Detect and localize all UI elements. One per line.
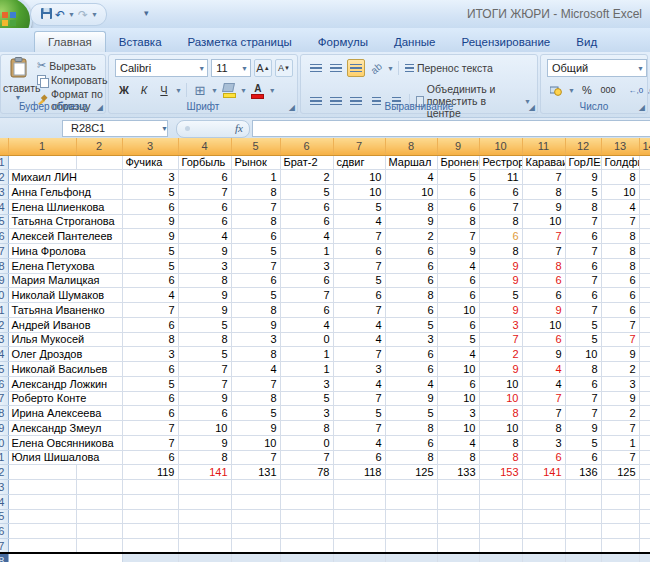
score-cell[interactable]: 6 <box>385 362 437 377</box>
score-cell[interactable]: 6 <box>178 406 231 421</box>
cell-empty[interactable] <box>8 539 76 554</box>
score-cell[interactable]: 10 <box>231 435 280 450</box>
fill-color-button[interactable] <box>220 81 238 99</box>
film-title-cell[interactable]: Горбыль <box>178 155 231 170</box>
cell-empty[interactable] <box>437 480 479 495</box>
score-cell[interactable]: 8 <box>122 332 178 347</box>
column-header-14[interactable]: 14 <box>639 138 650 155</box>
cut-button[interactable]: ✂ Вырезать <box>35 58 110 73</box>
cell-empty[interactable] <box>639 332 650 347</box>
cell-empty[interactable] <box>601 509 639 524</box>
number-format-combo[interactable]: Общий▼ <box>547 59 647 77</box>
undo-icon[interactable]: ↶ <box>55 9 65 21</box>
score-cell[interactable]: 10 <box>522 214 565 229</box>
score-cell[interactable]: 8 <box>231 185 280 200</box>
cell-empty[interactable] <box>8 155 76 170</box>
score-cell[interactable]: 4 <box>231 362 280 377</box>
fill-color-dropdown-icon[interactable]: ▼ <box>240 87 247 94</box>
score-cell[interactable]: 1 <box>231 170 280 185</box>
tab-1[interactable]: Вставка <box>106 32 175 52</box>
percent-style-button[interactable]: % <box>578 81 596 99</box>
score-cell[interactable]: 8 <box>565 199 601 214</box>
score-cell[interactable]: 6 <box>122 362 178 377</box>
score-cell[interactable]: 5 <box>479 288 522 303</box>
column-header-9[interactable]: 9 <box>437 138 479 155</box>
score-cell[interactable]: 4 <box>437 435 479 450</box>
cell-empty[interactable] <box>639 214 650 229</box>
film-title-cell[interactable]: Маршал <box>385 155 437 170</box>
total-cell[interactable]: 141 <box>178 465 231 480</box>
score-cell[interactable]: 6 <box>231 273 280 288</box>
score-cell[interactable]: 7 <box>565 273 601 288</box>
cell-empty[interactable] <box>565 524 601 539</box>
score-cell[interactable]: 8 <box>601 244 639 259</box>
selected-cell[interactable] <box>178 553 231 562</box>
number-dialog-launcher-icon[interactable]: ◢ <box>639 103 645 112</box>
score-cell[interactable]: 10 <box>437 391 479 406</box>
score-cell[interactable]: 6 <box>280 214 333 229</box>
cell-empty[interactable] <box>565 509 601 524</box>
score-cell[interactable]: 1 <box>280 362 333 377</box>
score-cell[interactable]: 2 <box>601 406 639 421</box>
score-cell[interactable]: 3 <box>280 406 333 421</box>
cell-empty[interactable] <box>639 524 650 539</box>
borders-button[interactable]: ⊞ <box>191 81 209 99</box>
score-cell[interactable]: 8 <box>479 214 522 229</box>
cell-empty[interactable] <box>178 509 231 524</box>
juror-name-cell[interactable]: Алексей Пантелеев <box>8 229 122 244</box>
score-cell[interactable]: 6 <box>437 273 479 288</box>
column-header-2[interactable]: 2 <box>76 138 122 155</box>
score-cell[interactable]: 11 <box>479 170 522 185</box>
font-color-button[interactable]: А <box>249 81 267 99</box>
score-cell[interactable]: 7 <box>522 391 565 406</box>
score-cell[interactable]: 8 <box>479 450 522 465</box>
score-cell[interactable]: 9 <box>522 199 565 214</box>
grow-font-button[interactable]: А▲ <box>254 59 272 77</box>
score-cell[interactable]: 10 <box>565 347 601 362</box>
score-cell[interactable]: 7 <box>479 332 522 347</box>
score-cell[interactable]: 9 <box>178 303 231 318</box>
score-cell[interactable]: 2 <box>280 170 333 185</box>
cell-empty[interactable] <box>639 258 650 273</box>
selected-cell[interactable] <box>522 553 565 562</box>
cell-empty[interactable] <box>122 539 178 554</box>
score-cell[interactable]: 6 <box>522 450 565 465</box>
score-cell[interactable]: 9 <box>122 214 178 229</box>
score-cell[interactable]: 8 <box>385 288 437 303</box>
juror-name-cell[interactable]: Елена Шлиенкова <box>8 199 122 214</box>
row-header[interactable]: 8 <box>0 258 8 273</box>
score-cell[interactable]: 7 <box>522 170 565 185</box>
juror-name-cell[interactable]: Анна Гельфонд <box>8 185 122 200</box>
score-cell[interactable]: 7 <box>522 406 565 421</box>
juror-name-cell[interactable]: Юлия Шишалова <box>8 450 122 465</box>
paste-button[interactable]: ставить ▼ <box>3 57 33 101</box>
score-cell[interactable]: 5 <box>333 273 385 288</box>
score-cell[interactable]: 7 <box>522 244 565 259</box>
score-cell[interactable]: 4 <box>333 214 385 229</box>
score-cell[interactable]: 1 <box>280 347 333 362</box>
score-cell[interactable]: 9 <box>565 170 601 185</box>
row-header[interactable]: 18 <box>0 406 8 421</box>
cell-empty[interactable] <box>479 480 522 495</box>
cell-empty[interactable] <box>522 509 565 524</box>
score-cell[interactable]: 5 <box>280 185 333 200</box>
cell-empty[interactable] <box>639 480 650 495</box>
juror-name-cell[interactable]: Илья Мукосей <box>8 332 122 347</box>
cell-empty[interactable] <box>231 509 280 524</box>
score-cell[interactable]: 4 <box>178 229 231 244</box>
score-cell[interactable]: 7 <box>122 421 178 436</box>
score-cell[interactable]: 4 <box>385 170 437 185</box>
cell-empty[interactable] <box>76 524 122 539</box>
score-cell[interactable]: 9 <box>231 421 280 436</box>
score-cell[interactable]: 9 <box>601 347 639 362</box>
score-cell[interactable]: 5 <box>122 258 178 273</box>
column-header-4[interactable]: 4 <box>178 138 231 155</box>
score-cell[interactable]: 9 <box>437 244 479 259</box>
cell-empty[interactable] <box>639 435 650 450</box>
cell-empty[interactable] <box>122 524 178 539</box>
font-name-combo[interactable]: Calibri▼ <box>115 59 208 77</box>
row-header[interactable]: 26 <box>0 524 8 539</box>
cell-empty[interactable] <box>333 480 385 495</box>
juror-name-cell[interactable]: Ирина Алексеева <box>8 406 122 421</box>
cell-empty[interactable] <box>639 185 650 200</box>
